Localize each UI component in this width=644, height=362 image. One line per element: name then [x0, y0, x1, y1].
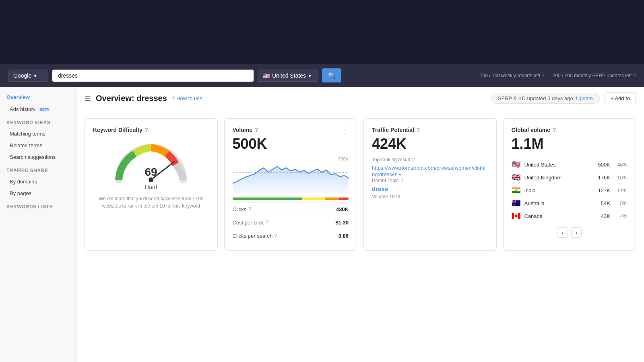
beta-badge: BETA — [38, 107, 51, 112]
sidebar-group-traffic-share: Traffic share — [0, 165, 76, 176]
parent-topic-volume: Volume 197K — [372, 194, 488, 200]
sidebar-item-matching-terms[interactable]: Matching terms — [0, 128, 76, 140]
prev-page-button[interactable]: ‹ — [557, 227, 568, 238]
country-flag: 🇺🇸 — [512, 160, 521, 169]
traffic-potential-card: Traffic Potential ? 424K Top ranking res… — [363, 118, 497, 251]
volume-card-title-row: Volume ? ⋮ — [233, 127, 349, 136]
volume-chart-area: 736K — [233, 156, 349, 193]
parent-topic-help-icon[interactable]: ? — [400, 177, 404, 184]
sidebar-group-keyword-ideas: Keyword ideas — [0, 117, 76, 128]
how-to-use-link[interactable]: ? How to use — [172, 95, 202, 101]
flag-icon: 🇺🇸 — [263, 72, 270, 79]
global-help-icon[interactable]: ? — [553, 127, 556, 133]
gauge-svg: 69 — [111, 140, 191, 184]
help-icon-monthly[interactable]: ? — [633, 73, 636, 78]
country-row: 🇬🇧 United Kingdom 176K 16% — [512, 171, 628, 184]
sidebar-item-search-suggestions[interactable]: Search suggestions — [0, 151, 76, 163]
sidebar-item-by-pages[interactable]: By pages — [0, 187, 76, 199]
clicks-value: 430K — [336, 206, 349, 212]
gauge-description: We estimate that you'll need backlinks f… — [93, 195, 209, 210]
search-button[interactable]: 🔍 — [322, 68, 341, 82]
volume-max-label: 736K — [338, 156, 349, 161]
global-card-title: Global volume ? — [512, 127, 628, 133]
traffic-card-title: Traffic Potential ? — [372, 127, 488, 133]
country-name: United Kingdom — [524, 175, 587, 181]
countries-list: 🇺🇸 United States 500K 46% 🇬🇧 United King… — [512, 158, 628, 222]
top-ranking-url[interactable]: https://www.nordstrom.com/browse/women/c… — [372, 165, 485, 177]
question-icon: ? — [172, 95, 175, 101]
cpc-label: Cost per click ? — [233, 219, 269, 226]
volume-card-title: Volume ? — [233, 127, 258, 133]
cps-value: 0.86 — [339, 233, 349, 239]
clicks-bar — [233, 197, 349, 200]
parent-topic-link[interactable]: dress — [372, 185, 488, 192]
monthly-reports: 200 / 200 monthly SERP updates left ? — [553, 73, 636, 78]
sidebar-item-by-domains[interactable]: By domains — [0, 176, 76, 187]
country-volume: 43K — [590, 213, 610, 219]
country-percent: 16% — [613, 175, 627, 181]
country-volume: 127K — [590, 187, 610, 193]
clicks-bar-yellow — [302, 197, 326, 200]
cpc-metric-row: Cost per click ? $1.30 — [233, 216, 349, 229]
next-page-button[interactable]: › — [571, 227, 582, 238]
cpc-value: $1.30 — [335, 220, 349, 226]
country-select[interactable]: 🇺🇸 United States ▾ — [258, 70, 318, 82]
search-input[interactable] — [52, 70, 254, 82]
sidebar-item-related-terms[interactable]: Related terms — [0, 140, 76, 151]
cpc-help-icon[interactable]: ? — [266, 219, 269, 226]
country-flag: 🇮🇳 — [512, 186, 521, 195]
clicks-metric-row: Clicks ? 430K — [233, 202, 349, 216]
country-flag: 🇬🇧 — [512, 173, 521, 182]
clicks-label: Clicks ? — [233, 206, 251, 212]
help-icon-weekly[interactable]: ? — [542, 73, 545, 78]
update-link[interactable]: Update — [576, 95, 593, 101]
weekly-reports: 700 / 700 weekly reports left ? — [480, 73, 545, 78]
sidebar-group-keywords-lists: Keywords lists — [0, 202, 76, 212]
serp-updated-badge: SERP & KD updated 3 days ago. Update — [491, 93, 600, 104]
country-name: India — [524, 187, 587, 193]
country-percent: 11% — [613, 187, 627, 193]
reports-info: 700 / 700 weekly reports left ? 200 / 20… — [480, 73, 636, 78]
chevron-down-icon: ▾ — [34, 72, 37, 79]
country-volume: 54K — [590, 200, 610, 206]
global-volume-card: Global volume ? 1.1M 🇺🇸 United States 50… — [503, 118, 636, 251]
traffic-number: 424K — [372, 136, 488, 152]
engine-select[interactable]: Google ▾ — [8, 70, 48, 82]
cps-label: Clicks per search ? — [233, 232, 278, 239]
volume-card: Volume ? ⋮ 500K 736K — [224, 118, 357, 251]
ads-history-label: Ads history — [10, 106, 35, 112]
traffic-help-icon[interactable]: ? — [417, 127, 420, 133]
kd-card-title: Keyword Difficulty ? — [93, 127, 209, 133]
country-percent: 5% — [613, 200, 627, 206]
parent-topic-label: Parent Topic ? — [372, 177, 488, 184]
country-flag: 🇦🇺 — [512, 199, 521, 208]
keyword-difficulty-card: Keyword Difficulty ? — [85, 118, 218, 251]
clicks-help-icon[interactable]: ? — [248, 206, 251, 212]
country-flag: 🇨🇦 — [512, 212, 521, 220]
clicks-bar-red — [339, 197, 349, 200]
country-name: Canada — [524, 213, 587, 219]
country-label: United States — [272, 72, 306, 79]
country-percent: 46% — [613, 162, 627, 168]
pagination-row: ‹ › — [512, 227, 628, 238]
kd-help-icon[interactable]: ? — [145, 127, 149, 133]
dropdown-icon: ▾ — [399, 172, 401, 177]
gauge-label: Hard — [145, 184, 157, 190]
volume-help-icon[interactable]: ? — [255, 127, 258, 133]
svg-text:69: 69 — [145, 166, 157, 178]
menu-icon[interactable]: ☰ — [85, 94, 91, 103]
chevron-down-icon-country: ▾ — [308, 72, 311, 79]
top-ranking-help-icon[interactable]: ? — [412, 156, 415, 163]
gauge-container: 69 Hard We estimate that you'll need bac… — [93, 136, 209, 214]
volume-more-button[interactable]: ⋮ — [341, 127, 349, 134]
sidebar-item-ads-history[interactable]: Ads history BETA — [0, 103, 76, 115]
country-row: 🇦🇺 Australia 54K 5% — [512, 197, 628, 210]
sidebar-item-overview[interactable]: Overview — [0, 91, 76, 103]
global-volume-number: 1.1M — [512, 136, 628, 152]
top-bar — [0, 0, 644, 64]
cps-help-icon[interactable]: ? — [274, 232, 277, 239]
country-volume: 500K — [590, 162, 610, 168]
sidebar: Overview Ads history BETA Keyword ideas … — [0, 87, 76, 362]
add-to-button[interactable]: + Add to — [605, 93, 636, 104]
content-area: ☰ Overview: dresses ? How to use SERP & … — [76, 87, 644, 362]
